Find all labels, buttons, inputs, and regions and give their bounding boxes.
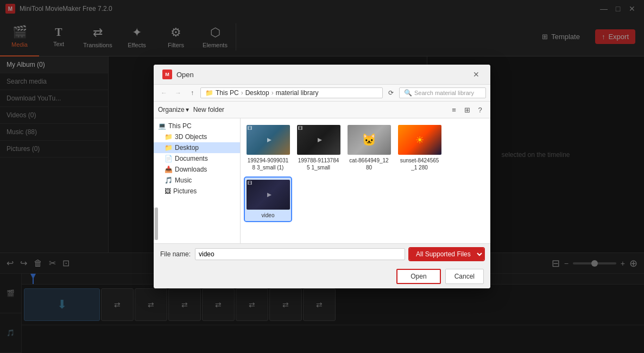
- search-icon: 🔍: [404, 89, 412, 97]
- view-info-button[interactable]: ?: [474, 104, 486, 116]
- file-name-5: video: [262, 212, 275, 219]
- breadcrumb-this-pc: This PC: [216, 89, 239, 97]
- cancel-button[interactable]: Cancel: [445, 269, 484, 284]
- organize-chevron: ▾: [186, 106, 189, 114]
- tree-item-desktop[interactable]: 📁 Desktop: [154, 142, 240, 153]
- film-strip-icon-2: 🎞: [298, 126, 302, 131]
- file-thumb-2: 🎞: [297, 125, 340, 155]
- back-button[interactable]: ←: [158, 87, 170, 99]
- forward-button[interactable]: →: [172, 87, 184, 99]
- file-item-3[interactable]: 🐱 cat-8664949_1280: [346, 123, 392, 173]
- dialog-close-button[interactable]: ✕: [471, 69, 482, 80]
- nav-bar: ← → ↑ 📁 This PC › Desktop › material lib…: [154, 85, 490, 102]
- file-name-bar: File name: All Supported Files: [154, 243, 490, 264]
- refresh-button[interactable]: ⟳: [385, 87, 397, 99]
- file-item-4[interactable]: ☀ sunset-8424565_1 280: [396, 123, 443, 173]
- pictures-label: Pictures: [173, 187, 197, 195]
- dialog-logo: M: [162, 70, 172, 79]
- tree-item-3d-objects[interactable]: 📁 3D Objects: [154, 131, 240, 142]
- file-toolbar: Organize ▾ New folder ≡ ⊞ ?: [154, 102, 490, 118]
- file-name-label: File name:: [160, 250, 191, 258]
- open-dialog: M Open ✕ ← → ↑ 📁 This PC › Desktop › mat…: [154, 65, 490, 288]
- dialog-footer: Open Cancel: [154, 264, 490, 288]
- pictures-icon: 🖼: [165, 187, 171, 195]
- file-name-4: sunset-8424565_1 280: [399, 157, 440, 171]
- file-type-select[interactable]: All Supported Files: [409, 248, 484, 260]
- breadcrumb-folder: material library: [276, 89, 319, 97]
- up-button[interactable]: ↑: [186, 87, 198, 99]
- tree-scrollbar[interactable]: [154, 207, 158, 240]
- film-strip-icon-1: 🎞: [248, 126, 252, 131]
- file-name-3: cat-8664949_1280: [348, 157, 390, 171]
- tree-item-this-pc[interactable]: 💻 This PC: [154, 121, 240, 131]
- tree-item-pictures[interactable]: 🖼 Pictures: [154, 186, 240, 197]
- file-thumb-3: 🐱: [348, 125, 391, 155]
- open-button[interactable]: Open: [396, 269, 440, 284]
- new-folder-button[interactable]: New folder: [193, 106, 224, 114]
- file-thumb-1: 🎞: [247, 125, 290, 155]
- this-pc-icon: 💻: [158, 122, 166, 130]
- downloads-label: Downloads: [175, 166, 207, 173]
- 3d-objects-label: 3D Objects: [175, 133, 207, 141]
- view-grid-button[interactable]: ⊞: [461, 104, 473, 116]
- tree-item-music[interactable]: 🎵 Music: [154, 175, 240, 186]
- file-name-input[interactable]: [195, 248, 405, 260]
- dialog-overlay: M Open ✕ ← → ↑ 📁 This PC › Desktop › mat…: [0, 0, 644, 353]
- file-grid: 🎞 199294-90990318 3_small (1) 🎞: [241, 118, 490, 243]
- file-thumb-4: ☀: [398, 125, 441, 155]
- organize-button[interactable]: Organize ▾: [158, 106, 189, 114]
- dialog-title: Open: [176, 71, 194, 79]
- tree-item-downloads[interactable]: 📥 Downloads: [154, 164, 240, 175]
- file-thumb-5: 🎞: [247, 180, 290, 210]
- breadcrumb-desktop: Desktop: [245, 89, 269, 97]
- search-placeholder: Search material library: [414, 90, 474, 96]
- tree-item-documents[interactable]: 📄 Documents: [154, 153, 240, 164]
- scroll-thumb: [155, 207, 158, 240]
- desktop-label: Desktop: [175, 144, 199, 152]
- downloads-icon: 📥: [165, 166, 173, 173]
- file-name-1: 199294-90990318 3_small (1): [247, 157, 289, 171]
- music-icon: 🎵: [165, 177, 173, 184]
- documents-label: Documents: [175, 155, 208, 162]
- file-item-5[interactable]: 🎞 video: [245, 178, 291, 221]
- organize-label: Organize: [158, 106, 185, 114]
- music-label: Music: [175, 177, 192, 184]
- file-item-2[interactable]: 🎞 199788-91137845 1_small: [295, 123, 342, 173]
- folder-tree: 💻 This PC 📁 3D Objects 📁 Desktop 📄 Docum…: [154, 118, 241, 243]
- file-item-1[interactable]: 🎞 199294-90990318 3_small (1): [245, 123, 291, 173]
- 3d-objects-icon: 📁: [165, 133, 173, 141]
- dialog-header: M Open ✕: [154, 65, 490, 85]
- view-list-button[interactable]: ≡: [448, 104, 460, 116]
- breadcrumb[interactable]: 📁 This PC › Desktop › material library: [200, 87, 383, 98]
- view-buttons: ≡ ⊞ ?: [448, 104, 486, 116]
- documents-icon: 📄: [165, 155, 173, 162]
- film-strip-icon-5: 🎞: [248, 181, 252, 186]
- this-pc-label: This PC: [168, 122, 192, 130]
- search-box: 🔍 Search material library: [399, 87, 486, 98]
- file-browser: 💻 This PC 📁 3D Objects 📁 Desktop 📄 Docum…: [154, 118, 490, 243]
- breadcrumb-folder-icon: 📁: [205, 89, 213, 97]
- file-name-2: 199788-91137845 1_small: [298, 157, 339, 171]
- desktop-icon: 📁: [165, 144, 173, 152]
